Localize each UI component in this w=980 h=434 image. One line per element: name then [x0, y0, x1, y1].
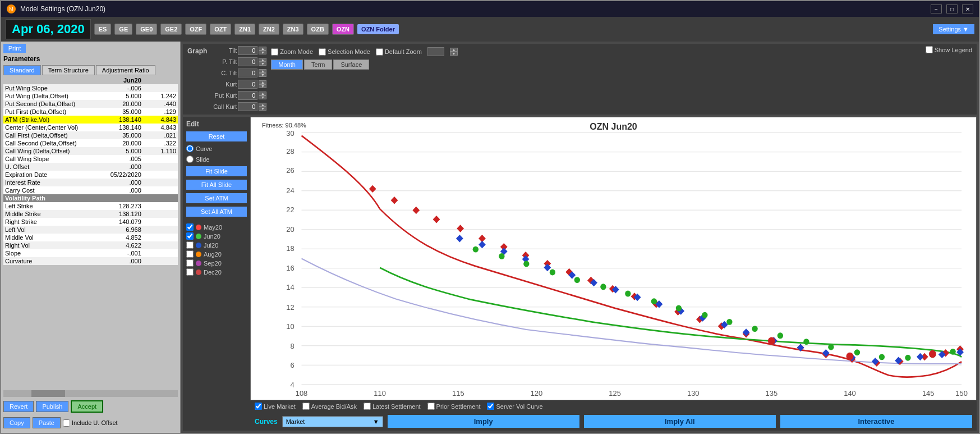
putkurt-input[interactable] [238, 91, 257, 100]
legend-jul20[interactable]: Jul20 [186, 241, 247, 249]
show-legend-label[interactable]: Show Legend [926, 46, 972, 53]
zoom-value-input[interactable] [427, 47, 444, 56]
aug20-checkbox[interactable] [186, 250, 194, 258]
scrollbar-thumb[interactable] [31, 390, 65, 397]
tab-zn1[interactable]: ZN1 [234, 24, 255, 35]
settings-button[interactable]: Settings ▼ [933, 24, 974, 34]
print-button[interactable]: Print [3, 44, 26, 53]
avg-bid-ask-label[interactable]: Average Bid/Ask [302, 403, 357, 410]
ptilt-input[interactable] [238, 57, 257, 66]
scrollbar[interactable] [3, 390, 178, 397]
may20-checkbox[interactable] [186, 223, 194, 231]
tilt-input[interactable] [238, 46, 257, 55]
tab-surface[interactable]: Surface [333, 60, 369, 70]
tab-ge2[interactable]: GE2 [160, 24, 182, 35]
tab-es[interactable]: ES [94, 24, 112, 35]
close-button[interactable]: ✕ [962, 4, 973, 13]
curves-select[interactable]: Market ▼ [282, 416, 383, 427]
ptilt-down-button[interactable]: ▼ [259, 62, 266, 66]
fit-all-slide-button[interactable]: Fit All Slide [186, 180, 247, 190]
tilt-up-button[interactable]: ▲ [259, 47, 266, 51]
selection-mode-label[interactable]: Selection Mode [319, 48, 370, 56]
kurt-input[interactable] [238, 80, 257, 89]
tab-ozn[interactable]: OZN [332, 24, 354, 35]
ctilt-up-button[interactable]: ▲ [259, 69, 266, 73]
prior-settlement-checkbox[interactable] [427, 403, 435, 410]
tab-ozb[interactable]: OZB [307, 24, 329, 35]
tab-ozf[interactable]: OZF [185, 24, 206, 35]
ctilt-input[interactable] [238, 68, 257, 77]
tab-zn3[interactable]: ZN3 [283, 24, 303, 35]
set-all-atm-button[interactable]: Set All ATM [186, 207, 247, 217]
tab-term-structure[interactable]: Term Structure [42, 65, 95, 75]
tab-month[interactable]: Month [271, 60, 303, 70]
svg-point-79 [854, 349, 860, 355]
callkurt-down-button[interactable]: ▼ [259, 107, 266, 111]
tab-ge[interactable]: GE [114, 24, 132, 35]
legend-jun20[interactable]: Jun20 [186, 232, 247, 240]
slide-radio[interactable] [186, 156, 194, 163]
selection-mode-checkbox[interactable] [319, 48, 326, 56]
ptilt-up-button[interactable]: ▲ [259, 58, 266, 62]
latest-settlement-checkbox[interactable] [364, 403, 371, 410]
callkurt-input[interactable] [238, 102, 257, 111]
default-zoom-label[interactable]: Default Zoom [376, 48, 422, 56]
tab-term[interactable]: Term [304, 60, 332, 70]
tab-zn2[interactable]: ZN2 [259, 24, 279, 35]
tab-standard[interactable]: Standard [3, 65, 41, 75]
live-market-checkbox[interactable] [255, 403, 262, 410]
zoom-up-button[interactable]: ▲ [450, 48, 458, 52]
default-zoom-checkbox[interactable] [376, 48, 383, 56]
maximize-button[interactable]: □ [946, 4, 958, 13]
latest-settlement-label[interactable]: Latest Settlement [364, 403, 421, 410]
paste-button[interactable]: Paste [33, 417, 61, 428]
tab-adjustment-ratio[interactable]: Adjustment Ratio [96, 65, 155, 75]
curve-radio[interactable] [186, 145, 194, 152]
tab-ozt[interactable]: OZT [210, 24, 231, 35]
imply-all-button[interactable]: Imply All [584, 415, 776, 428]
sep20-checkbox[interactable] [186, 259, 194, 267]
imply-button[interactable]: Imply [388, 415, 579, 428]
legend-aug20[interactable]: Aug20 [186, 250, 247, 258]
curve-radio-label[interactable]: Curve [186, 145, 247, 152]
zoom-mode-label[interactable]: Zoom Mode [271, 48, 313, 56]
fit-slide-button[interactable]: Fit Slide [186, 166, 247, 176]
tab-ge0[interactable]: GE0 [136, 24, 157, 35]
legend-may20[interactable]: May20 [186, 223, 247, 231]
putkurt-down-button[interactable]: ▼ [259, 95, 266, 99]
slide-radio-label[interactable]: Slide [186, 156, 247, 163]
avg-bid-ask-checkbox[interactable] [302, 403, 310, 410]
putkurt-up-button[interactable]: ▲ [259, 92, 266, 95]
zoom-down-button[interactable]: ▼ [450, 52, 458, 56]
server-vol-curve-label[interactable]: Server Vol Curve [487, 403, 542, 410]
live-market-label[interactable]: Live Market [255, 403, 296, 410]
callkurt-up-button[interactable]: ▲ [259, 103, 266, 107]
ctilt-down-button[interactable]: ▼ [259, 73, 266, 77]
svg-rect-41 [456, 235, 463, 242]
table-row: U. Offset .000 [3, 163, 178, 171]
include-u-offset-checkbox[interactable] [63, 419, 70, 427]
copy-button[interactable]: Copy [3, 417, 30, 428]
kurt-up-button[interactable]: ▲ [259, 80, 266, 84]
dec20-checkbox[interactable] [186, 268, 194, 276]
tilt-down-button[interactable]: ▼ [259, 51, 266, 54]
legend-sep20[interactable]: Sep20 [186, 259, 247, 267]
show-legend-checkbox[interactable] [926, 46, 933, 53]
accept-button[interactable]: Accept [71, 400, 103, 413]
server-vol-curve-checkbox[interactable] [487, 403, 494, 410]
tab-ozn-folder[interactable]: OZN Folder [357, 24, 399, 34]
kurt-down-button[interactable]: ▼ [259, 84, 266, 88]
jun20-checkbox[interactable] [186, 232, 194, 240]
revert-button[interactable]: Revert [3, 401, 34, 412]
minimize-button[interactable]: − [931, 4, 942, 13]
include-u-offset-label[interactable]: Include U. Offset [63, 419, 118, 427]
interactive-button[interactable]: Interactive [780, 415, 972, 428]
y-label-8: 8 [290, 342, 294, 350]
zoom-mode-checkbox[interactable] [271, 48, 278, 56]
publish-button[interactable]: Publish [36, 401, 68, 412]
reset-button[interactable]: Reset [186, 131, 247, 141]
prior-settlement-label[interactable]: Prior Settlement [427, 403, 481, 410]
jul20-checkbox[interactable] [186, 241, 194, 249]
legend-dec20[interactable]: Dec20 [186, 268, 247, 276]
set-atm-button[interactable]: Set ATM [186, 193, 247, 203]
